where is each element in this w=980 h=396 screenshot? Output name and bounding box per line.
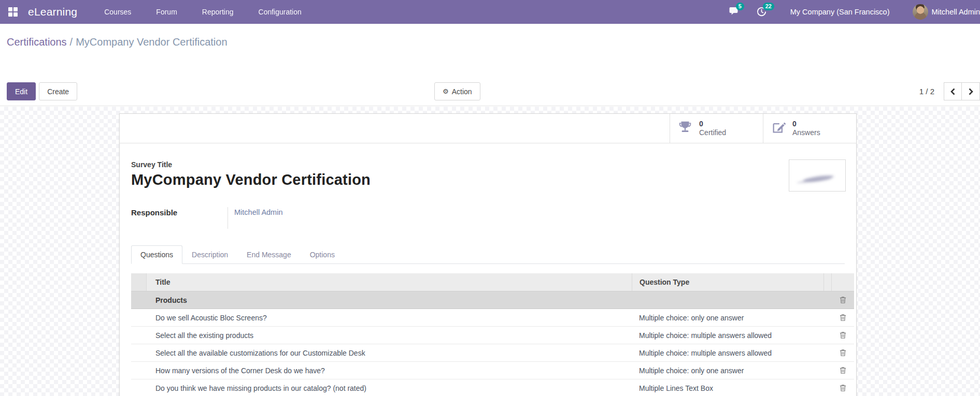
drag-handle[interactable] (131, 362, 147, 379)
breadcrumb: Certifications/MyCompany Vendor Certific… (7, 36, 228, 48)
drag-handle[interactable] (131, 309, 147, 326)
main-menu: Courses Forum Reporting Configuration (104, 8, 302, 16)
company-switcher[interactable]: My Company (San Francisco) (790, 8, 890, 16)
edit-create-group: Edit Create (7, 82, 77, 100)
messages-icon[interactable]: 5 (729, 6, 743, 18)
survey-title-label: Survey Title (131, 160, 845, 169)
user-avatar (913, 4, 928, 20)
handle-column-header (131, 273, 147, 291)
question-row[interactable]: Select all the existing products Multipl… (131, 327, 854, 344)
breadcrumb-current: MyCompany Vendor Certification (76, 36, 227, 48)
delete-row-icon[interactable] (840, 366, 846, 374)
type-column-header: Question Type (632, 273, 823, 291)
delete-row-icon[interactable] (840, 331, 846, 339)
certified-label: Certified (699, 128, 726, 137)
content-area: 0 Certified 0 Answers Survey Title MyC (0, 107, 980, 396)
tab-questions[interactable]: Questions (131, 245, 182, 264)
trophy-icon (677, 120, 693, 137)
section-row-products[interactable]: Products (131, 291, 854, 309)
activities-count-badge: 22 (763, 3, 774, 10)
notebook-tabs: Questions Description End Message Option… (131, 245, 845, 264)
form-sheet: 0 Certified 0 Answers Survey Title MyC (119, 113, 857, 396)
questions-table: Title Question Type Products (131, 273, 854, 396)
delete-row-icon[interactable] (840, 349, 846, 357)
certified-stat-button[interactable]: 0 Certified (670, 114, 763, 143)
question-row[interactable]: Do you think we have missing products in… (131, 379, 854, 396)
trash-column-header (831, 273, 854, 291)
menu-item-configuration[interactable]: Configuration (259, 8, 302, 16)
navbar-systray: 5 22 My Company (San Francisco) Mitchell… (719, 4, 980, 20)
question-row[interactable]: How many versions of the Corner Desk do … (131, 362, 854, 379)
tab-options[interactable]: Options (301, 245, 344, 264)
question-row[interactable]: Select all the available customizations … (131, 344, 854, 362)
survey-title: MyCompany Vendor Certification (131, 171, 845, 188)
control-panel: Certifications/MyCompany Vendor Certific… (0, 24, 980, 106)
messages-count-badge: 5 (736, 3, 744, 10)
answers-count: 0 (792, 120, 820, 128)
responsible-label: Responsible (131, 207, 228, 229)
create-button[interactable]: Create (39, 82, 77, 100)
pager-value: 1 / 2 (919, 87, 934, 96)
section-title: Products (147, 296, 632, 304)
pager-previous-button[interactable] (944, 82, 962, 100)
title-column-header: Title (147, 278, 632, 286)
top-navbar: eLearning Courses Forum Reporting Config… (0, 0, 980, 24)
responsible-field: Responsible Mitchell Admin (131, 207, 845, 229)
menu-item-forum[interactable]: Forum (156, 8, 177, 16)
activities-icon[interactable]: 22 (756, 6, 770, 18)
drag-handle[interactable] (131, 344, 147, 361)
edit-button[interactable]: Edit (7, 82, 36, 100)
user-menu[interactable]: Mitchell Admin (913, 4, 980, 20)
pencil-square-icon (771, 120, 786, 137)
spacer-column-header (823, 273, 831, 291)
stat-button-strip: 0 Certified 0 Answers (120, 114, 856, 143)
action-button[interactable]: ⚙ Action (434, 82, 480, 100)
answers-stat-button[interactable]: 0 Answers (763, 114, 856, 143)
breadcrumb-certifications[interactable]: Certifications (7, 36, 67, 48)
menu-item-reporting[interactable]: Reporting (202, 8, 234, 16)
question-row[interactable]: Do we sell Acoustic Bloc Screens? Multip… (131, 309, 854, 327)
responsible-value-link[interactable]: Mitchell Admin (228, 207, 383, 229)
survey-background-image (789, 159, 846, 192)
certified-count: 0 (699, 120, 726, 128)
apps-grid-icon[interactable] (6, 5, 20, 19)
tab-description[interactable]: Description (182, 245, 237, 264)
breadcrumb-separator: / (67, 36, 76, 48)
app-brand[interactable]: eLearning (28, 6, 77, 18)
user-name: Mitchell Admin (932, 8, 980, 16)
gear-icon: ⚙ (443, 88, 449, 95)
menu-item-courses[interactable]: Courses (104, 8, 131, 16)
drag-handle[interactable] (131, 327, 147, 344)
pager: 1 / 2 (919, 82, 980, 100)
answers-label: Answers (792, 128, 820, 137)
tab-end-message[interactable]: End Message (237, 245, 301, 264)
questions-table-header: Title Question Type (131, 273, 854, 291)
delete-row-icon[interactable] (840, 314, 846, 321)
pager-next-button[interactable] (962, 82, 980, 100)
delete-row-icon[interactable] (840, 384, 846, 392)
drag-handle[interactable] (131, 379, 147, 396)
delete-row-icon[interactable] (840, 296, 846, 304)
